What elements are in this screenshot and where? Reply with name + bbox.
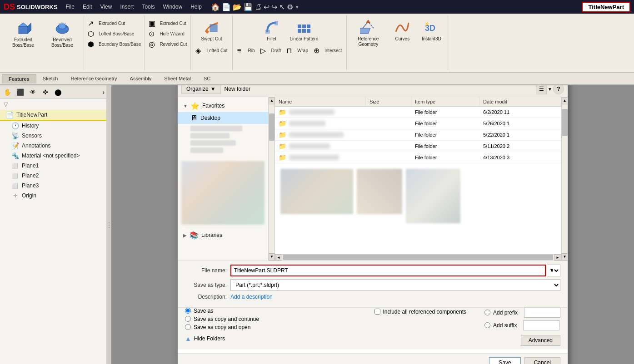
file-row-4[interactable]: 📁 File folder 4/13/2020 3: [275, 152, 561, 163]
save-copy-continue-radio-input[interactable]: [185, 316, 191, 322]
help-button[interactable]: ?: [553, 85, 564, 94]
shading-icon[interactable]: ⬤: [53, 87, 64, 98]
extrude-boss-base-button[interactable]: Extruded Boss/Base: [5, 18, 42, 50]
coordinate-icon[interactable]: ✜: [40, 87, 51, 98]
new-icon[interactable]: 📄: [222, 3, 231, 11]
menu-view[interactable]: View: [97, 3, 116, 11]
save-copy-open-radio-input[interactable]: [185, 324, 191, 330]
add-prefix-radio[interactable]: Add prefix: [484, 310, 518, 316]
redo-icon[interactable]: ↪: [271, 3, 277, 11]
filelist-scroll-thumb[interactable]: [562, 109, 568, 136]
sidebar-desktop-item[interactable]: 🖥 Desktop: [178, 112, 268, 124]
revolve-boss-base-button[interactable]: Revolved Boss/Base: [44, 18, 81, 50]
file-row-1[interactable]: 📁 File folder 5/26/2020 1: [275, 118, 561, 129]
hole-wizard-button[interactable]: ⊙ Hole Wizard: [147, 29, 189, 39]
save-quick-icon[interactable]: 💾: [244, 3, 253, 11]
tree-item-origin[interactable]: ✛ Origin: [0, 191, 106, 201]
pan-icon[interactable]: ✋: [2, 87, 13, 98]
organize-button[interactable]: Organize ▼: [181, 85, 221, 94]
add-description-link[interactable]: Add a description: [230, 294, 273, 300]
tab-sketch[interactable]: Sketch: [36, 74, 65, 83]
suffix-input[interactable]: [523, 320, 559, 330]
menu-edit[interactable]: Edit: [79, 3, 96, 11]
resize-handle[interactable]: [107, 85, 111, 364]
dropdown-arrow[interactable]: ▼: [295, 5, 300, 10]
canvas-area[interactable]: 💾 Save As ✕ ‹ › ↑ 🖥 Desktop ▶ ↻: [111, 85, 634, 364]
tree-item-annotations[interactable]: 📝 Annotations: [0, 141, 106, 151]
sidebar-scrollbar[interactable]: ▲ ▼: [269, 97, 275, 261]
instant3d-button[interactable]: 3D ⚡ Instant3D: [418, 17, 445, 49]
intersect-button[interactable]: ⊕ Intersect: [312, 45, 344, 56]
wrap-button[interactable]: ⊓ Wrap: [285, 45, 310, 56]
prefix-input[interactable]: [524, 308, 560, 318]
advanced-button[interactable]: Advanced: [521, 335, 560, 346]
linear-pattern-button[interactable]: Linear Pattern: [287, 17, 321, 44]
include-referenced-checkbox[interactable]: Include all referenced components: [374, 309, 466, 315]
tree-item-plane3[interactable]: ⬜ Plane3: [0, 181, 106, 191]
open-icon[interactable]: 📂: [233, 3, 242, 11]
hide-show-icon[interactable]: 👁: [27, 87, 38, 98]
add-suffix-radio[interactable]: Add suffix: [484, 322, 517, 329]
menu-insert[interactable]: Insert: [116, 3, 137, 11]
tree-item-history[interactable]: 🕐 History: [0, 121, 106, 131]
tree-item-material[interactable]: 🔩 Material <not specified>: [0, 151, 106, 161]
filelist-scroll-down[interactable]: ▼: [562, 253, 568, 261]
col-date[interactable]: Date modif: [479, 97, 561, 106]
filelist-scroll-up[interactable]: ▲: [562, 97, 568, 104]
view-mode-button[interactable]: ☰: [536, 85, 547, 94]
menu-window[interactable]: Window: [159, 3, 186, 11]
lofted-cut-button[interactable]: ◈ Lofted Cut: [194, 45, 229, 56]
cancel-button[interactable]: Cancel: [524, 357, 560, 364]
curves-button[interactable]: Curves: [389, 17, 416, 49]
hide-folders-icon[interactable]: ▲: [185, 335, 191, 342]
save-as-radio[interactable]: Save as: [185, 308, 259, 314]
new-folder-button[interactable]: New folder: [225, 86, 250, 92]
sidebar-favorites-header[interactable]: ▼ ⭐ Favorites: [178, 100, 268, 112]
scroll-left-arrow[interactable]: ◄: [275, 254, 282, 261]
horiz-thumb[interactable]: [283, 255, 553, 260]
menu-file[interactable]: File: [62, 3, 78, 11]
tab-assembly[interactable]: Assembly: [124, 74, 158, 83]
scroll-up-arrow[interactable]: ▲: [269, 97, 275, 104]
filename-input[interactable]: [230, 265, 546, 276]
col-size[interactable]: Size: [366, 97, 411, 106]
tree-item-plane1[interactable]: ⬜ Plane1: [0, 161, 106, 171]
menu-help[interactable]: Help: [187, 3, 205, 11]
file-row-3[interactable]: 📁 File folder 5/11/2020 2: [275, 141, 561, 152]
print-icon[interactable]: 🖨: [255, 3, 262, 11]
tree-item-sensors[interactable]: 📡 Sensors: [0, 131, 106, 141]
savetype-select[interactable]: Part (*.prt;*.sldprt): [230, 279, 560, 291]
expand-panel-arrow[interactable]: ›: [102, 89, 105, 96]
tab-sc[interactable]: SC: [197, 74, 217, 83]
col-name[interactable]: Name: [275, 97, 366, 106]
file-row-2[interactable]: 📁 File folder 5/22/2020 1: [275, 129, 561, 141]
menu-tools[interactable]: Tools: [138, 3, 158, 11]
extruded-cut-button[interactable]: ▣ Extruded Cut: [147, 18, 189, 29]
draft-button[interactable]: ▷ Draft: [259, 45, 283, 56]
zoom-to-selection-icon[interactable]: ⬛: [15, 87, 25, 98]
swept-cut-button[interactable]: Swept Cut: [198, 17, 225, 44]
view-dropdown-arrow[interactable]: ▼: [548, 87, 552, 92]
rib-button[interactable]: ≡ Rib: [235, 45, 257, 56]
tree-item-plane2[interactable]: ⬜ Plane2: [0, 171, 106, 181]
boundary-boss-button[interactable]: ⬢ Boundary Boss/Base: [86, 39, 143, 49]
tree-root-item[interactable]: 📄 TitleNewPart: [0, 110, 106, 121]
save-as-radio-input[interactable]: [185, 308, 191, 314]
include-referenced-input[interactable]: [374, 309, 380, 315]
save-button[interactable]: Save: [489, 357, 520, 364]
save-as-copy-continue-radio[interactable]: Save as copy and continue: [185, 316, 259, 322]
tab-sheet-metal[interactable]: Sheet Metal: [158, 74, 197, 83]
sidebar-libraries-header[interactable]: ▶ 📚 Libraries: [178, 229, 268, 241]
horiz-scrollbar[interactable]: ◄ ►: [275, 254, 561, 261]
scroll-right-arrow[interactable]: ►: [554, 254, 561, 261]
filelist-scrollbar[interactable]: ▲ ▼: [561, 97, 568, 261]
cursor-icon[interactable]: ↖: [279, 3, 285, 11]
filename-dropdown[interactable]: ▼: [547, 265, 560, 276]
home-icon[interactable]: 🏠: [211, 3, 220, 11]
file-row-0[interactable]: 📁 File folder 6/2/2020 11: [275, 107, 561, 118]
undo-icon[interactable]: ↩: [264, 3, 270, 11]
add-prefix-radio-input[interactable]: [484, 310, 490, 315]
tab-reference-geometry[interactable]: Reference Geometry: [65, 74, 124, 83]
fillet-button[interactable]: Fillet: [258, 17, 285, 44]
tab-features[interactable]: Features: [2, 74, 36, 84]
